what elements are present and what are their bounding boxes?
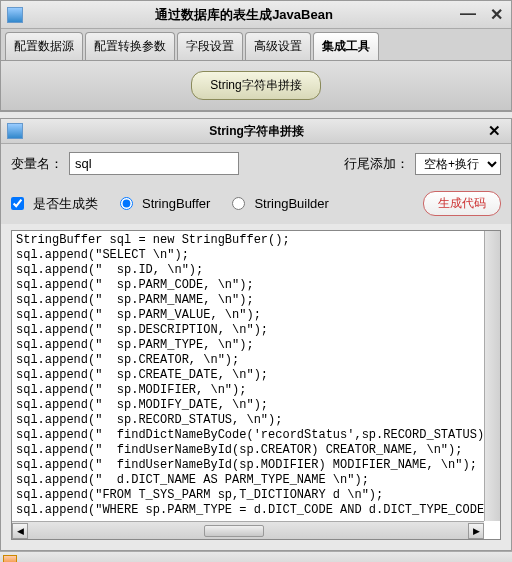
status-bar: [0, 551, 512, 562]
stringbuilder-radio[interactable]: [232, 197, 245, 210]
scroll-right-icon[interactable]: ▶: [468, 523, 484, 539]
main-toolbar: String字符串拼接: [1, 61, 511, 111]
scroll-thumb[interactable]: [204, 525, 264, 537]
tab-bar: 配置数据源 配置转换参数 字段设置 高级设置 集成工具: [1, 29, 511, 61]
app-icon: [7, 7, 23, 23]
form-row-options: 是否生成类 StringBuffer StringBuilder 生成代码: [1, 183, 511, 224]
sub-close-icon[interactable]: ✕: [484, 122, 505, 140]
sub-titlebar: String字符串拼接 ✕: [1, 119, 511, 144]
sub-app-icon: [7, 123, 23, 139]
scroll-track[interactable]: [28, 524, 468, 538]
tab-datasource[interactable]: 配置数据源: [5, 32, 83, 60]
gen-class-checkbox[interactable]: [11, 197, 24, 210]
tab-convert-params[interactable]: 配置转换参数: [85, 32, 175, 60]
line-end-select[interactable]: 空格+换行: [415, 153, 501, 175]
main-title: 通过数据库的表生成JavaBean: [29, 6, 459, 24]
close-icon[interactable]: ✕: [487, 5, 505, 24]
tab-field-settings[interactable]: 字段设置: [177, 32, 243, 60]
stringbuffer-radio[interactable]: [120, 197, 133, 210]
tab-advanced[interactable]: 高级设置: [245, 32, 311, 60]
sub-title: String字符串拼接: [29, 123, 484, 140]
window-controls: — ✕: [459, 5, 505, 24]
stringbuffer-label: StringBuffer: [142, 196, 210, 211]
tab-integration-tools[interactable]: 集成工具: [313, 32, 379, 60]
var-input[interactable]: [69, 152, 239, 175]
line-end-label: 行尾添加：: [344, 155, 409, 173]
status-icon: [3, 555, 17, 562]
code-content[interactable]: StringBuffer sql = new StringBuffer(); s…: [12, 231, 500, 523]
generate-code-button[interactable]: 生成代码: [423, 191, 501, 216]
minimize-icon[interactable]: —: [459, 5, 477, 24]
sub-window: String字符串拼接 ✕ 变量名： 行尾添加： 空格+换行 是否生成类 Str…: [0, 118, 512, 551]
gen-class-label: 是否生成类: [33, 195, 98, 213]
scroll-left-icon[interactable]: ◀: [12, 523, 28, 539]
var-label: 变量名：: [11, 155, 63, 173]
code-area: StringBuffer sql = new StringBuffer(); s…: [11, 230, 501, 540]
string-concat-button[interactable]: String字符串拼接: [191, 71, 320, 100]
vertical-scrollbar[interactable]: [484, 231, 500, 521]
main-window: 通过数据库的表生成JavaBean — ✕ 配置数据源 配置转换参数 字段设置 …: [0, 0, 512, 112]
horizontal-scrollbar[interactable]: ◀ ▶: [12, 521, 484, 539]
main-titlebar: 通过数据库的表生成JavaBean — ✕: [1, 1, 511, 29]
form-row-var: 变量名： 行尾添加： 空格+换行: [1, 144, 511, 183]
stringbuilder-label: StringBuilder: [254, 196, 328, 211]
